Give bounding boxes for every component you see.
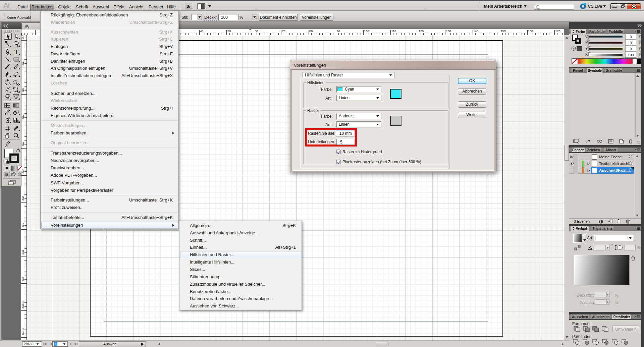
svg-text:T: T: [14, 49, 18, 56]
